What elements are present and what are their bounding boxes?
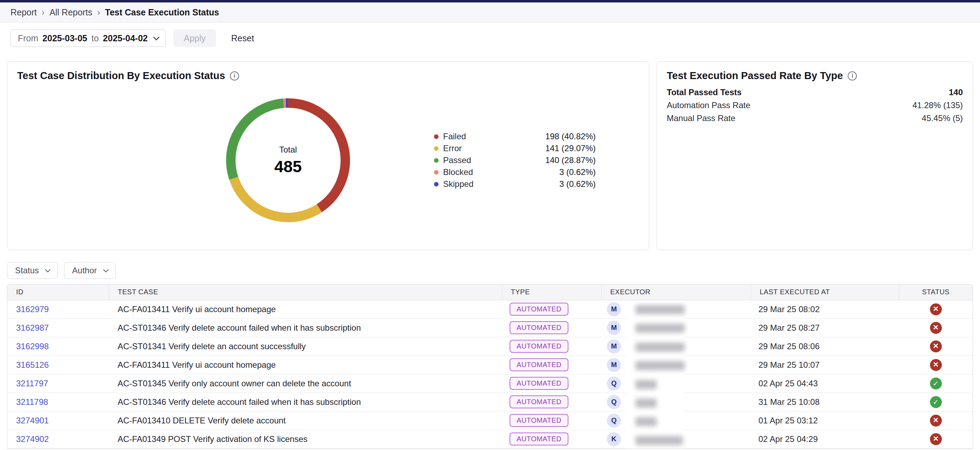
- header-id: ID: [7, 285, 109, 300]
- legend-value: 140 (28.87%): [545, 155, 596, 165]
- type-badge: AUTOMATED: [510, 395, 568, 409]
- test-case-id-link[interactable]: 3211797: [16, 378, 48, 388]
- type-badge: AUTOMATED: [510, 340, 568, 353]
- type-badge: AUTOMATED: [510, 377, 568, 390]
- executor-name-redacted: [636, 305, 685, 314]
- legend-color-dot: [434, 182, 439, 186]
- table-row: 3211798 AC-ST01346 Verify delete account…: [7, 393, 973, 411]
- legend-item: Passed 140 (28.87%): [434, 154, 596, 166]
- test-case-id-link[interactable]: 3162987: [16, 323, 49, 332]
- pass-rate-label: Total Passed Tests: [667, 87, 741, 97]
- passed-rate-card: Test Execution Passed Rate By Type Total…: [657, 61, 973, 250]
- date-filter-row: From 2025-03-05 to 2025-04-02 Apply Rese…: [11, 29, 969, 47]
- header-test-case: TEST CASE: [109, 285, 502, 300]
- header-type: TYPE: [502, 285, 601, 300]
- info-icon[interactable]: [848, 72, 857, 81]
- last-executed-at: 01 Apr 25 03:12: [751, 411, 899, 430]
- pass-rate-value: 41.28% (135): [912, 100, 963, 110]
- pass-rate-label: Manual Pass Rate: [667, 113, 735, 123]
- type-badge: AUTOMATED: [510, 358, 568, 371]
- executor-name-redacted: [636, 417, 657, 426]
- executor-avatar: M: [607, 358, 621, 372]
- type-badge: AUTOMATED: [510, 321, 568, 334]
- test-case-name: AC-ST01341 Verify delete an account succ…: [109, 337, 502, 356]
- test-case-id-link[interactable]: 3211798: [16, 397, 48, 407]
- test-case-id-link[interactable]: 3165126: [16, 360, 49, 369]
- date-range-connector: to: [91, 33, 99, 43]
- legend-value: 3 (0.62%): [559, 167, 596, 177]
- status-filter-dropdown[interactable]: Status: [7, 262, 58, 279]
- last-executed-at: 29 Mar 25 08:02: [751, 300, 899, 318]
- pass-rate-row: Automation Pass Rate 41.28% (135): [667, 99, 963, 111]
- legend-color-dot: [434, 170, 439, 175]
- author-filter-dropdown[interactable]: Author: [64, 262, 116, 279]
- executor-avatar: Q: [607, 413, 621, 428]
- legend-item: Blocked 3 (0.62%): [434, 166, 596, 178]
- legend-color-dot: [434, 146, 439, 151]
- executor-avatar: K: [607, 432, 621, 446]
- passed-rate-card-title: Test Execution Passed Rate By Type: [667, 70, 963, 81]
- execution-status-donut-chart: Total 485: [226, 98, 350, 222]
- chevron-down-icon: [153, 34, 159, 40]
- chevron-down-icon: [45, 267, 51, 272]
- summary-cards-row: Test Case Distribution By Execution Stat…: [7, 61, 973, 250]
- header-executor: EXECUTOR: [601, 285, 751, 300]
- legend-label: Passed: [443, 155, 471, 165]
- pass-rate-value: 140: [949, 87, 963, 97]
- test-case-id-link[interactable]: 3274901: [16, 416, 49, 425]
- distribution-title-text: Test Case Distribution By Execution Stat…: [17, 70, 225, 81]
- executor-name-redacted: [636, 380, 657, 389]
- passed-rate-title-text: Test Execution Passed Rate By Type: [667, 70, 843, 81]
- test-case-name: AC-FA013410 DELETE Verify delete account: [109, 411, 502, 430]
- breadcrumb: Report All Reports Test Case Execution S…: [0, 2, 980, 22]
- test-case-id-link[interactable]: 3162979: [16, 304, 49, 314]
- donut-legend: Failed 198 (40.82%) Error 141 (29.07%) P…: [434, 130, 596, 190]
- breadcrumb-current-page: Test Case Execution Status: [92, 7, 219, 17]
- test-case-name: AC-ST01345 Verify only account owner can…: [109, 374, 502, 393]
- chevron-down-icon: [103, 267, 108, 272]
- legend-color-dot: [434, 134, 439, 139]
- legend-value: 3 (0.62%): [559, 179, 596, 189]
- donut-center-label: Total 485: [226, 98, 350, 222]
- type-badge: AUTOMATED: [510, 414, 568, 427]
- date-range-select[interactable]: From 2025-03-05 to 2025-04-02: [11, 29, 166, 47]
- executor-name-redacted: [636, 324, 685, 333]
- header-status: STATUS: [899, 285, 973, 300]
- legend-label: Skipped: [443, 179, 474, 189]
- status-failed-icon: [930, 322, 942, 334]
- executor-avatar: M: [607, 302, 621, 316]
- test-case-id-link[interactable]: 3274902: [16, 434, 49, 444]
- breadcrumb-all-reports[interactable]: All Reports: [37, 7, 92, 17]
- legend-label: Blocked: [443, 167, 473, 177]
- pass-rate-value: 45.45% (5): [922, 113, 963, 123]
- date-range-prefix: From: [18, 33, 38, 43]
- breadcrumb-report[interactable]: Report: [11, 7, 37, 17]
- type-badge: AUTOMATED: [510, 433, 568, 445]
- executor-avatar: M: [607, 339, 621, 353]
- table-row: 3162998 AC-ST01341 Verify delete an acco…: [7, 337, 973, 356]
- legend-color-dot: [434, 158, 439, 163]
- status-passed-icon: [930, 396, 942, 408]
- apply-button[interactable]: Apply: [173, 29, 216, 47]
- table-header-row: ID TEST CASE TYPE EXECUTOR LAST EXECUTED…: [7, 285, 973, 300]
- executor-avatar: Q: [607, 377, 621, 391]
- table-row: 3211797 AC-ST01345 Verify only account o…: [7, 374, 973, 393]
- legend-item: Skipped 3 (0.62%): [434, 178, 596, 190]
- test-case-name: AC-ST01346 Verify delete account failed …: [109, 393, 502, 411]
- last-executed-at: 02 Apr 25 04:43: [751, 374, 899, 393]
- table-row: 3274901 AC-FA013410 DELETE Verify delete…: [7, 411, 973, 430]
- reset-button[interactable]: Reset: [229, 33, 256, 44]
- status-filter-label: Status: [15, 266, 39, 275]
- test-case-name: AC-FA013411 Verify ui account homepage: [109, 300, 502, 318]
- passed-rate-rows: Total Passed Tests 140 Automation Pass R…: [667, 86, 963, 124]
- info-icon[interactable]: [230, 72, 239, 81]
- test-case-table: ID TEST CASE TYPE EXECUTOR LAST EXECUTED…: [7, 284, 973, 449]
- type-badge: AUTOMATED: [510, 303, 568, 316]
- legend-value: 141 (29.07%): [545, 143, 596, 153]
- executor-name-redacted: [636, 436, 683, 445]
- pass-rate-row: Manual Pass Rate 45.45% (5): [667, 111, 963, 124]
- test-case-id-link[interactable]: 3162998: [16, 342, 49, 351]
- status-failed-icon: [930, 340, 942, 352]
- distribution-card-title: Test Case Distribution By Execution Stat…: [17, 70, 639, 81]
- top-accent-bar: [0, 0, 980, 2]
